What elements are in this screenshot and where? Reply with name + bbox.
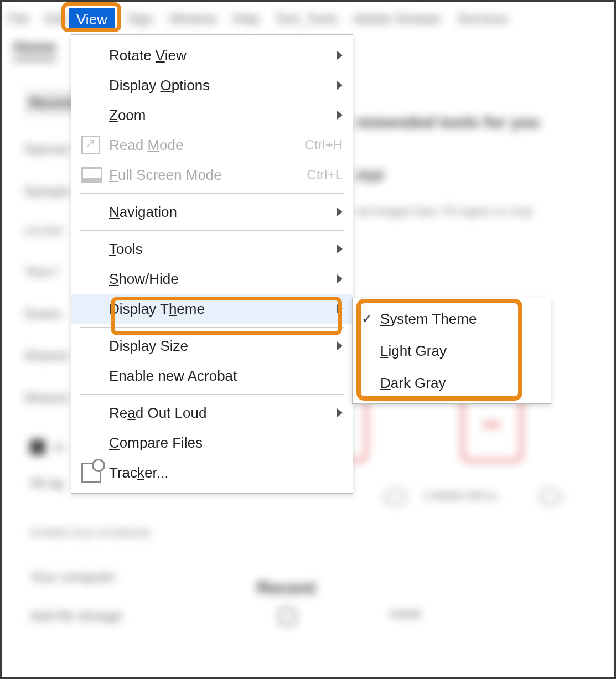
menu-label: Display Options [109, 77, 332, 94]
menu-file: File [8, 11, 29, 27]
menu-label: Read Mode [109, 137, 304, 154]
content-heading3: ed images fast. Fix typos or crop [356, 204, 532, 219]
cloud-icon [539, 489, 561, 505]
menu-adobe: Adobe Seetaer [353, 11, 442, 27]
shortcut: Ctrl+H [304, 137, 343, 153]
menu-enable-new-acrobat[interactable]: Enable new Acrobat [71, 361, 353, 391]
menu-full-screen-mode: Full Screen Mode Ctrl+L [71, 160, 353, 190]
submenu-label: System Theme [380, 310, 541, 328]
sidebar-item: A [55, 439, 64, 455]
menu-label: Read Out Loud [109, 405, 332, 422]
menu-label: Display Size [109, 338, 332, 355]
menu-label: Tracker... [109, 464, 343, 481]
your-computer: Your computer [30, 569, 116, 585]
menu-display-size[interactable]: Display Size [71, 331, 353, 361]
menu-sign: Sign [127, 11, 154, 27]
menu-view-active[interactable]: View [69, 8, 115, 32]
submenu-arrow-icon [337, 51, 343, 60]
submenu-arrow-icon [337, 304, 343, 313]
menu-rotate-view[interactable]: Rotate View [71, 40, 353, 70]
menu-edit: Edit [45, 11, 68, 27]
submenu-arrow-icon [337, 274, 343, 283]
fullscreen-icon [81, 167, 109, 183]
pdf-label: PDF [483, 421, 501, 431]
submenu-arrow-icon [337, 408, 343, 417]
menu-label: Zoom [109, 107, 332, 124]
display-theme-submenu: ✓ System Theme Light Gray Dark Gray [352, 298, 551, 404]
tracker-icon [81, 463, 109, 483]
sidebar-icon [30, 439, 45, 455]
menu-navigation[interactable]: Navigation [71, 197, 353, 227]
menu-window: Window [169, 11, 216, 27]
submenu-arrow-icon [337, 208, 343, 216]
sidebar-item: All ag [30, 475, 63, 491]
menu-separator [80, 193, 344, 194]
cloud-icon [384, 489, 406, 505]
menu-label: Display Theme [109, 300, 332, 318]
menu-tracker[interactable]: Tracker... [71, 458, 353, 488]
menu-label: Enable new Acrobat [109, 367, 343, 385]
menu-read-out-loud[interactable]: Read Out Loud [71, 398, 353, 428]
menu-separator [80, 394, 344, 395]
content-heading: mmended tools for you [356, 113, 540, 132]
view-dropdown: Rotate View Display Options Zoom Read Mo… [71, 34, 353, 494]
checkbox-blur [279, 608, 296, 625]
check-icon: ✓ [361, 311, 380, 326]
submenu-arrow-icon [337, 245, 343, 253]
submenu-arrow-icon [337, 81, 343, 90]
menu-separator [80, 230, 344, 231]
menu-display-theme[interactable]: Display Theme [71, 294, 353, 324]
recent-heading: Recent [257, 578, 316, 598]
submenu-label: Dark Gray [380, 375, 541, 392]
menu-separator [80, 327, 344, 328]
submenu-arrow-icon [337, 341, 343, 350]
submenu-dark-gray[interactable]: Dark Gray [353, 367, 551, 399]
section-storage: OTHER FILE STORAGE [30, 528, 151, 540]
menu-display-options[interactable]: Display Options [71, 70, 353, 100]
content-heading2: PDF [356, 168, 385, 185]
menu-label: Show/Hide [109, 271, 332, 288]
menu-help: Help [232, 11, 259, 27]
col-label: NAME [390, 608, 422, 621]
menu-show-hide[interactable]: Show/Hide [71, 264, 353, 294]
menu-zoom[interactable]: Zoom [71, 100, 353, 130]
read-mode-icon [81, 136, 109, 154]
file-label: 1 Adobe Not w... [423, 489, 504, 502]
home-tab: Home [13, 38, 56, 60]
menu-label: Navigation [109, 204, 332, 221]
submenu-arrow-icon [337, 111, 343, 120]
menu-compare-files[interactable]: Compare Files [71, 428, 353, 458]
menu-services: Services [457, 11, 508, 27]
menu-label: Rotate View [109, 47, 332, 64]
submenu-light-gray[interactable]: Light Gray [353, 335, 551, 367]
menu-label: Full Screen Mode [109, 167, 307, 184]
menu-label: Compare Files [109, 434, 343, 452]
menu-label: Tools [109, 241, 332, 258]
menu-test-tools: Test_Tools [275, 11, 337, 27]
submenu-system-theme[interactable]: ✓ System Theme [353, 303, 551, 335]
menu-tools[interactable]: Tools [71, 234, 353, 264]
add-storage: Add file storage [30, 608, 122, 624]
shortcut: Ctrl+L [307, 167, 343, 183]
submenu-label: Light Gray [380, 343, 541, 360]
menu-read-mode: Read Mode Ctrl+H [71, 130, 353, 160]
